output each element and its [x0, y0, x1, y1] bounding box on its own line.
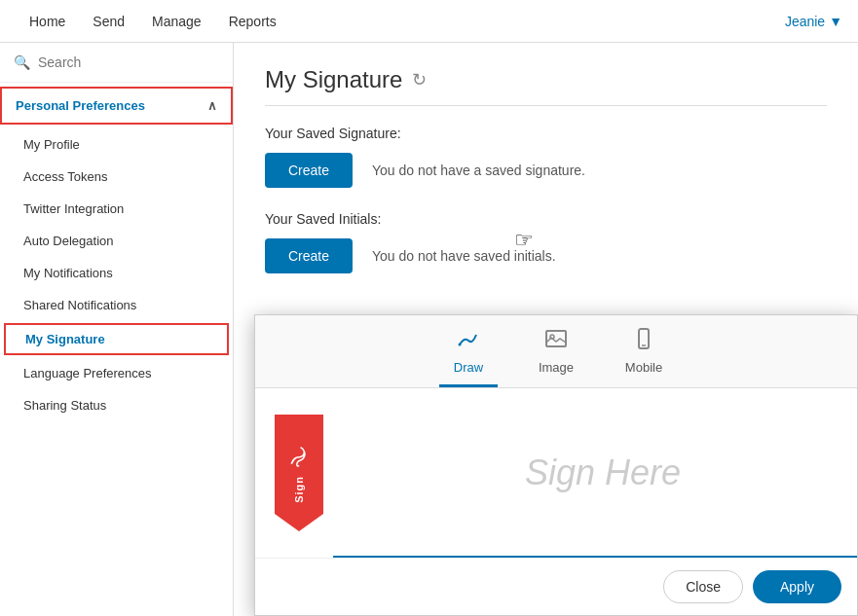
draw-icon: [457, 327, 480, 356]
nav-home[interactable]: Home: [16, 2, 79, 41]
nav-manage[interactable]: Manage: [138, 2, 215, 41]
sign-here-placeholder: Sign Here: [525, 453, 681, 493]
sidebar-item-my-notifications[interactable]: My Notifications: [0, 257, 233, 289]
saved-signature-label: Your Saved Signature:: [265, 126, 827, 141]
section-label: Personal Preferences: [16, 98, 145, 113]
tab-draw[interactable]: Draw: [439, 327, 498, 387]
sidebar-personal-preferences-section: Personal Preferences ∧: [0, 87, 233, 125]
sidebar-item-shared-notifications[interactable]: Shared Notifications: [0, 289, 233, 321]
user-menu[interactable]: Jeanie ▼: [785, 14, 842, 29]
no-signature-text: You do not have a saved signature.: [372, 163, 585, 178]
create-initials-button[interactable]: Create: [265, 238, 353, 273]
apply-button[interactable]: Apply: [753, 570, 841, 603]
content-area: My Signature ↻ Your Saved Signature: Cre…: [234, 43, 858, 616]
sidebar: 🔍 Personal Preferences ∧ My Profile Acce…: [0, 43, 234, 616]
page-title: My Signature: [265, 66, 402, 93]
refresh-icon[interactable]: ↻: [412, 69, 427, 91]
sidebar-item-auto-delegation[interactable]: Auto Delegation: [0, 225, 233, 257]
modal-tabs: Draw Image: [255, 315, 857, 388]
tab-draw-label: Draw: [454, 360, 483, 375]
tab-image[interactable]: Image: [527, 327, 585, 387]
tab-mobile-label: Mobile: [625, 360, 662, 375]
initials-row: Create You do not have saved initials.: [265, 238, 827, 273]
sidebar-item-my-signature[interactable]: My Signature: [4, 323, 229, 355]
search-input[interactable]: [38, 54, 219, 70]
sidebar-item-sharing-status[interactable]: Sharing Status: [0, 389, 233, 421]
chevron-up-icon: ∧: [207, 98, 217, 113]
sidebar-item-twitter-integration[interactable]: Twitter Integration: [0, 193, 233, 225]
sign-marker-text: Sign: [293, 476, 305, 503]
page-title-container: My Signature ↻: [265, 66, 827, 106]
sidebar-section-header[interactable]: Personal Preferences ∧: [2, 89, 231, 123]
nav-send[interactable]: Send: [79, 2, 138, 41]
chevron-down-icon: ▼: [829, 14, 842, 29]
sidebar-item-language-preferences[interactable]: Language Preferences: [0, 357, 233, 389]
modal-footer: Close Apply: [255, 558, 857, 615]
nav-reports[interactable]: Reports: [215, 2, 290, 41]
tab-image-label: Image: [539, 360, 574, 375]
search-box[interactable]: 🔍: [0, 43, 233, 83]
signature-line: [333, 556, 857, 558]
saved-initials-label: Your Saved Initials:: [265, 211, 827, 227]
sign-marker: Sign: [275, 415, 323, 531]
user-name: Jeanie: [785, 14, 825, 29]
main-layout: 🔍 Personal Preferences ∧ My Profile Acce…: [0, 43, 858, 616]
image-icon: [544, 327, 568, 356]
sidebar-item-access-tokens[interactable]: Access Tokens: [0, 161, 233, 193]
mobile-icon: [632, 327, 655, 356]
modal-draw-area[interactable]: Sign Sign Here: [255, 388, 857, 558]
top-nav: Home Send Manage Reports Jeanie ▼: [0, 0, 858, 43]
signature-modal: Draw Image: [254, 314, 858, 616]
tab-mobile[interactable]: Mobile: [615, 327, 673, 387]
create-signature-button[interactable]: Create: [265, 153, 353, 188]
close-button[interactable]: Close: [663, 570, 743, 603]
search-icon: 🔍: [14, 54, 30, 70]
no-initials-text: You do not have saved initials.: [372, 248, 556, 264]
sidebar-item-my-profile[interactable]: My Profile: [0, 128, 233, 161]
svg-point-0: [459, 344, 462, 346]
signature-row: Create You do not have a saved signature…: [265, 153, 827, 188]
